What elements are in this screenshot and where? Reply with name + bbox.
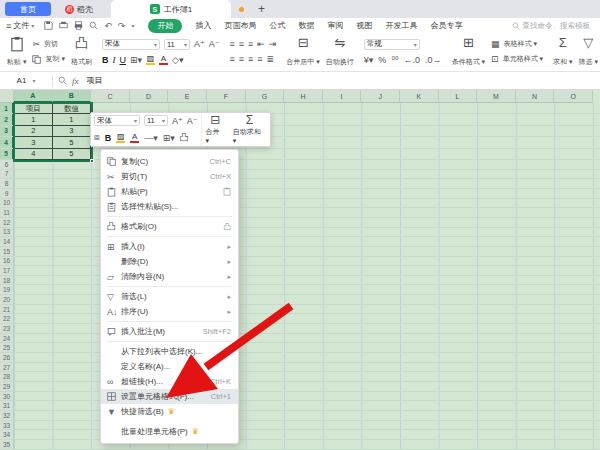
cell-A4[interactable]: 3 xyxy=(14,137,53,148)
italic-button[interactable]: I xyxy=(112,55,115,65)
row-header-35[interactable]: 35 xyxy=(0,440,14,449)
row-header-5[interactable]: 5 xyxy=(0,149,14,159)
column-header-G[interactable]: G xyxy=(246,90,285,103)
new-tab-button[interactable]: + xyxy=(258,3,265,15)
font-color-button[interactable]: A xyxy=(159,55,168,65)
row-header-2[interactable]: 2 xyxy=(0,114,14,124)
clear-format-icon[interactable]: ◇▾ xyxy=(172,55,183,65)
increase-font-icon[interactable]: A⁺ xyxy=(194,39,205,49)
menu-item-cut[interactable]: ✂剪切(T)Ctrl+X xyxy=(101,169,238,184)
quick-access-more-icon[interactable]: ▾ xyxy=(131,22,134,29)
ribbon-tab-会员专享[interactable]: 会员专享 xyxy=(430,20,462,31)
row-header-31[interactable]: 31 xyxy=(0,401,14,410)
cell-A3[interactable]: 2 xyxy=(14,126,53,137)
column-header-H[interactable]: H xyxy=(284,90,323,103)
column-header-C[interactable]: C xyxy=(91,90,130,103)
column-header-J[interactable]: J xyxy=(361,90,400,103)
menu-item-删除(D)[interactable]: 删除(D)▸ xyxy=(101,254,238,269)
row-header-25[interactable]: 25 xyxy=(0,343,14,352)
row-header-15[interactable]: 15 xyxy=(0,247,14,256)
column-header-E[interactable]: E xyxy=(168,90,207,103)
column-header-L[interactable]: L xyxy=(439,90,478,103)
menu-item-paste-special[interactable]: 选择性粘贴(S)... xyxy=(101,199,238,214)
ribbon-tab-开始[interactable]: 开始 xyxy=(148,19,182,33)
row-header-12[interactable]: 12 xyxy=(0,218,14,227)
copy-button[interactable]: 复制 ▾ xyxy=(32,54,64,64)
menu-item-format-cells[interactable]: 设置单元格格式(F)...Ctrl+1 xyxy=(101,389,238,404)
name-box[interactable]: A1 ▾ xyxy=(0,76,52,85)
font-size-select[interactable]: 11▾ xyxy=(164,39,190,50)
row-header-3[interactable]: 3 xyxy=(0,126,14,136)
column-header-I[interactable]: I xyxy=(323,90,362,103)
menu-item-copy[interactable]: 复制(C)Ctrl+C xyxy=(101,154,238,169)
cell-A5[interactable]: 4 xyxy=(14,149,53,160)
row-header-16[interactable]: 16 xyxy=(0,257,14,266)
file-menu[interactable]: ≡ 文件 ▾ xyxy=(6,20,34,31)
mini-bold-button[interactable]: B xyxy=(105,133,112,143)
mini-painter-icon[interactable]: 凸 xyxy=(180,131,189,144)
currency-icon[interactable]: ¥▾ xyxy=(364,55,374,65)
mini-format-painter-icon[interactable]: ⧈ xyxy=(94,132,100,143)
menu-item-paste[interactable]: 粘贴(P) xyxy=(101,184,238,199)
menu-item-comment[interactable]: 插入批注(M)Shift+F2 xyxy=(101,324,238,339)
output-icon[interactable] xyxy=(59,21,68,30)
row-header-14[interactable]: 14 xyxy=(0,237,14,246)
mini-borders-icon[interactable]: ⊞▾ xyxy=(163,133,175,143)
row-header-4[interactable]: 4 xyxy=(0,137,14,147)
justify-icon[interactable]: ≡ xyxy=(257,54,262,64)
row-header-18[interactable]: 18 xyxy=(0,276,14,285)
row-header-28[interactable]: 28 xyxy=(0,372,14,381)
sum-button[interactable]: Σ 求和 ▾ xyxy=(550,35,575,68)
format-painter-button[interactable]: 凸 格式刷 xyxy=(68,35,95,68)
ribbon-tab-数据[interactable]: 数据 xyxy=(298,20,314,31)
column-header-A[interactable]: A xyxy=(14,90,53,103)
align-right-icon[interactable]: ≡ xyxy=(248,54,253,64)
row-header-7[interactable]: 7 xyxy=(0,170,14,179)
bold-button[interactable]: B xyxy=(102,55,109,65)
ribbon-tab-审阅[interactable]: 审阅 xyxy=(327,20,343,31)
ribbon-tab-页面布局[interactable]: 页面布局 xyxy=(224,20,256,31)
tab-home[interactable]: 首页 xyxy=(5,2,51,16)
filter-button[interactable]: ▽ 筛选 ▾ xyxy=(576,35,600,68)
column-header-B[interactable]: B xyxy=(53,90,92,103)
column-header-O[interactable]: O xyxy=(554,90,593,103)
column-header-D[interactable]: D xyxy=(130,90,169,103)
row-header-23[interactable]: 23 xyxy=(0,324,14,333)
number-format-select[interactable]: 常规▾ xyxy=(364,39,420,50)
align-top-icon[interactable]: ≡ xyxy=(229,39,234,49)
row-header-24[interactable]: 24 xyxy=(0,334,14,343)
row-header-33[interactable]: 33 xyxy=(0,421,14,430)
menu-item-format-painter[interactable]: 凸格式刷(O)凸 xyxy=(101,219,238,234)
row-header-17[interactable]: 17 xyxy=(0,266,14,275)
cell-A1[interactable]: 项目 xyxy=(14,103,53,114)
align-bottom-icon[interactable]: ≡ xyxy=(248,39,253,49)
print-preview-icon[interactable] xyxy=(89,21,98,30)
ribbon-tab-开发工具[interactable]: 开发工具 xyxy=(385,20,417,31)
paste-button[interactable]: 粘贴 ▾ xyxy=(4,35,29,68)
row-header-11[interactable]: 11 xyxy=(0,208,14,217)
column-header-F[interactable]: F xyxy=(207,90,246,103)
menu-item-insert-cells[interactable]: ⊞插入(I)▸ xyxy=(101,239,238,254)
tab-document[interactable]: S 工作簿1 xyxy=(111,0,231,18)
command-search[interactable]: 查找命令、搜索模板 xyxy=(512,21,591,31)
indent-decrease-icon[interactable]: ⇤ xyxy=(257,39,265,49)
row-header-8[interactable]: 8 xyxy=(0,179,14,188)
menu-item-filter[interactable]: ▽筛选(L)▸ xyxy=(101,289,238,304)
cell-A2[interactable]: 1 xyxy=(14,114,53,125)
row-header-22[interactable]: 22 xyxy=(0,314,14,323)
ribbon-tab-插入[interactable]: 插入 xyxy=(195,20,211,31)
menu-item-定义名称(A)...[interactable]: 定义名称(A)... xyxy=(101,359,238,374)
menu-item-quick-filter[interactable]: ▼快捷筛选(B)♛ xyxy=(101,404,238,419)
cell-style-button[interactable]: ⊡单元格样式 ▾ xyxy=(491,54,543,64)
row-header-27[interactable]: 27 xyxy=(0,363,14,372)
mini-strikethrough-icon[interactable]: —▾ xyxy=(144,133,158,143)
percent-icon[interactable]: % xyxy=(378,55,386,65)
row-header-19[interactable]: 19 xyxy=(0,285,14,294)
select-all-corner[interactable] xyxy=(0,90,14,103)
cell-B1[interactable]: 数值 xyxy=(53,103,92,114)
row-header-9[interactable]: 9 xyxy=(0,189,14,198)
column-header-N[interactable]: N xyxy=(516,90,555,103)
row-header-10[interactable]: 10 xyxy=(0,199,14,208)
formula-input[interactable]: 项目 xyxy=(87,75,103,86)
cell-B3[interactable]: 3 xyxy=(53,126,92,137)
